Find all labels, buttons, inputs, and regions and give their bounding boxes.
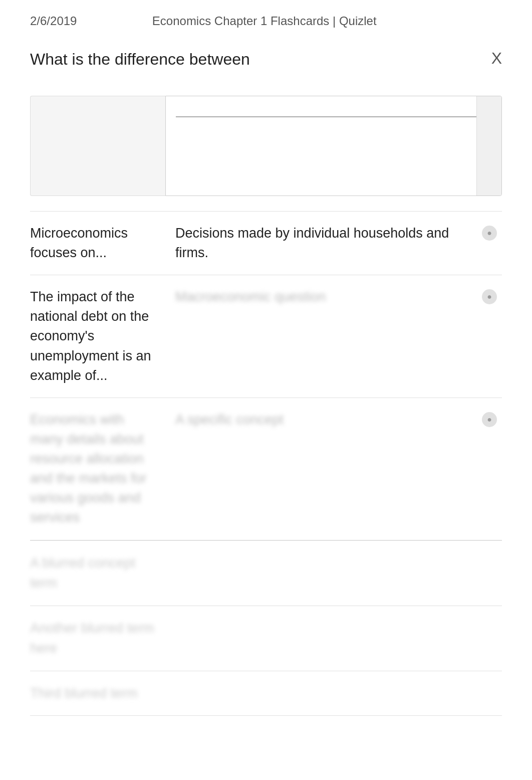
- spacer-row-1: A blurred concept term: [30, 540, 502, 606]
- definition-2-blurred: Macroeconomic question: [175, 289, 326, 304]
- card-right-inner: [176, 116, 491, 176]
- definition-3-blurred: A specific concept: [175, 412, 284, 427]
- star-button-3[interactable]: ●: [482, 412, 497, 427]
- close-button[interactable]: X: [491, 49, 502, 68]
- definition-2: Macroeconomic question: [165, 287, 477, 385]
- star-button-1[interactable]: ●: [482, 226, 497, 241]
- term-2: The impact of the national debt on the e…: [30, 287, 165, 385]
- flashcard-row-3: Economics with many details about resour…: [30, 398, 502, 540]
- card-right-panel: [165, 96, 502, 196]
- spacer-term-3: Third blurred term: [30, 683, 165, 704]
- card-tab: [476, 96, 501, 196]
- date-label: 2/6/2019: [30, 14, 77, 28]
- definition-1: Decisions made by individual households …: [165, 224, 477, 263]
- question-header: What is the difference between X: [0, 33, 532, 76]
- card-preview-area: [30, 96, 502, 196]
- flashcard-row-2: The impact of the national debt on the e…: [30, 275, 502, 398]
- spacer-rows: A blurred concept term Another blurred t…: [0, 540, 532, 716]
- spacer-row-2: Another blurred term here: [30, 606, 502, 671]
- term-3-blurred: Economics with many details about resour…: [30, 412, 147, 525]
- star-icon-1[interactable]: ●: [477, 224, 502, 263]
- star-icon-2[interactable]: ●: [477, 287, 502, 385]
- definition-3: A specific concept: [165, 410, 477, 528]
- star-button-2[interactable]: ●: [482, 289, 497, 304]
- spacer-term-2: Another blurred term here: [30, 618, 165, 659]
- question-text: What is the difference between: [30, 48, 476, 71]
- spacer-term-1: A blurred concept term: [30, 553, 165, 594]
- top-bar: 2/6/2019 Economics Chapter 1 Flashcards …: [0, 0, 532, 33]
- flashcard-list: Microeconomics focuses on... Decisions m…: [0, 211, 532, 540]
- spacer-row-3: Third blurred term: [30, 671, 502, 716]
- star-icon-3[interactable]: ●: [477, 410, 502, 528]
- term-1: Microeconomics focuses on...: [30, 224, 165, 263]
- page-title: Economics Chapter 1 Flashcards | Quizlet: [152, 14, 377, 28]
- term-3: Economics with many details about resour…: [30, 410, 165, 528]
- flashcard-row-1: Microeconomics focuses on... Decisions m…: [30, 211, 502, 275]
- card-left-panel: [30, 96, 165, 196]
